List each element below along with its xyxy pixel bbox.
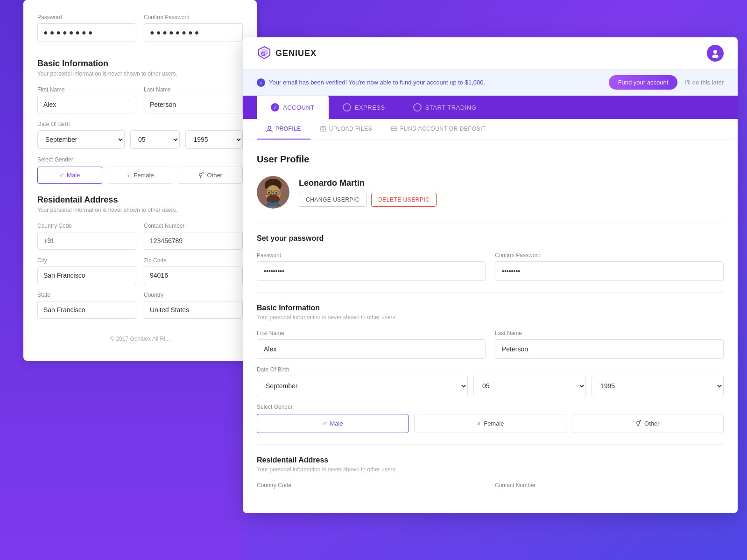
- sub-tabs: PROFILE UPLOAD FILES FUND ACCOUNT OR DEP…: [243, 119, 738, 140]
- name-form-row: First Name Last Name: [257, 330, 724, 359]
- user-avatar: [257, 176, 289, 209]
- left-password-label: Password: [37, 14, 136, 21]
- left-last-label: Last Name: [144, 86, 243, 93]
- dob-month-select[interactable]: September: [257, 376, 468, 396]
- left-address-title: Residentail Address: [37, 195, 243, 205]
- app-header: G GENIUEX: [243, 37, 738, 70]
- address-sub: Your personal information is never shown…: [257, 466, 724, 473]
- password-label: Password: [257, 252, 486, 259]
- left-gender-male-label: Male: [67, 172, 80, 179]
- confirm-password-group: Confirm Password: [495, 252, 724, 281]
- user-avatar-icon[interactable]: [707, 45, 724, 62]
- sub-tab-profile-label: PROFILE: [275, 126, 301, 132]
- tab-express-circle: [343, 103, 351, 112]
- left-dob-year[interactable]: 1995: [185, 130, 243, 149]
- left-last-input[interactable]: [144, 96, 243, 113]
- svg-rect-6: [321, 126, 325, 131]
- user-name: Leonardo Martin: [299, 178, 724, 188]
- left-gender-female[interactable]: ♀ Female: [108, 167, 173, 184]
- left-cc-input[interactable]: [37, 232, 136, 250]
- sub-tab-upload[interactable]: UPLOAD FILES: [310, 119, 381, 140]
- user-profile-row: Leonardo Martin CHANGE USERPIC DELETE US…: [257, 176, 724, 209]
- user-actions: CHANGE USERPIC DELETE USERPIC: [299, 193, 724, 207]
- sub-tab-fund-label: FUND ACCOUNT OR DEPOSIT: [400, 126, 486, 132]
- basic-info-title: Basic Information: [257, 304, 724, 312]
- first-name-label: First Name: [257, 330, 486, 336]
- info-icon: i: [257, 78, 265, 87]
- country-code-group: Country Code: [257, 482, 486, 491]
- left-gender-female-label: Female: [134, 172, 154, 179]
- left-gender-male[interactable]: ♂ Male: [37, 167, 102, 184]
- dob-label: Date Of Birth: [257, 366, 724, 373]
- left-zip-input[interactable]: [144, 266, 243, 284]
- left-zip-label: Zip Code: [144, 257, 243, 264]
- confirm-password-input[interactable]: [495, 261, 724, 281]
- basic-info-sub: Your personal information is never shown…: [257, 314, 724, 321]
- tab-start-trading[interactable]: START TRADING: [399, 96, 491, 119]
- content-area: User Profile: [243, 140, 738, 513]
- last-name-input[interactable]: [495, 339, 724, 359]
- last-name-label: Last Name: [495, 330, 724, 336]
- notification-bar: i Your email has been verified! You're n…: [243, 70, 738, 96]
- tab-trading-circle: [413, 103, 422, 112]
- delete-userpic-button[interactable]: DELETE USERPIC: [371, 193, 437, 207]
- other-icon: ⚥: [198, 172, 204, 179]
- password-input[interactable]: [257, 261, 486, 281]
- gender-label: Select Gender: [257, 404, 724, 410]
- dob-day-select[interactable]: 05: [473, 376, 586, 396]
- fund-account-button[interactable]: Fund your account: [609, 75, 678, 90]
- tab-account-check: ✓: [271, 103, 279, 112]
- sub-tab-profile[interactable]: PROFILE: [257, 119, 310, 140]
- left-gender-other[interactable]: ⚥ Other: [178, 167, 243, 184]
- svg-rect-9: [391, 127, 397, 131]
- sub-tab-fund[interactable]: FUND ACCOUNT OR DEPOSIT: [381, 119, 495, 140]
- left-dob-label: Date Of Birth: [37, 121, 243, 127]
- gender-female-btn[interactable]: ♀ Female: [414, 414, 566, 433]
- male-icon: ♂: [59, 172, 64, 179]
- left-state-input[interactable]: [37, 301, 136, 319]
- left-footer: © 2017 Geniuex All Ri...: [37, 326, 243, 347]
- gender-other-btn[interactable]: ⚥ Other: [572, 414, 724, 433]
- tab-account-label: ACCOUNT: [283, 104, 315, 111]
- first-name-group: First Name: [257, 330, 486, 359]
- divider-1: [257, 223, 724, 223]
- female-symbol-icon: ♀: [476, 420, 481, 427]
- left-first-input[interactable]: [37, 96, 136, 113]
- contact-number-label: Contact Number: [495, 482, 724, 489]
- left-dob-month[interactable]: September: [37, 130, 125, 149]
- left-password-input: ●●●●●●●●: [37, 23, 136, 42]
- left-state-label: State: [37, 292, 136, 298]
- password-group: Password: [257, 252, 486, 281]
- user-profile-heading: User Profile: [257, 154, 724, 165]
- avatar-image: [257, 176, 289, 209]
- left-contact-input[interactable]: [144, 232, 243, 250]
- gender-female-label: Female: [484, 420, 504, 427]
- first-name-input[interactable]: [257, 339, 486, 359]
- password-section-title: Set your password: [257, 234, 724, 243]
- svg-text:G: G: [261, 51, 265, 57]
- left-city-input[interactable]: [37, 266, 136, 284]
- gender-buttons-row: ♂ Male ♀ Female ⚥ Other: [257, 414, 724, 433]
- left-panel: Password ●●●●●●●● Confirm Password ●●●●●…: [23, 0, 257, 361]
- address-section: Residentail Address Your personal inform…: [257, 456, 724, 491]
- divider-3: [257, 444, 724, 445]
- tab-account[interactable]: ✓ ACCOUNT: [257, 96, 329, 119]
- left-address-sub: Your personal information is never shown…: [37, 207, 243, 213]
- gender-other-label: Other: [644, 420, 660, 427]
- left-city-label: City: [37, 257, 136, 264]
- left-dob-day[interactable]: 05: [130, 130, 180, 149]
- left-country-input[interactable]: [144, 301, 243, 319]
- svg-point-18: [268, 192, 270, 194]
- change-userpic-button[interactable]: CHANGE USERPIC: [299, 193, 366, 207]
- left-country-label: Country: [144, 292, 243, 298]
- dob-selects-row: September 05 1995: [257, 376, 724, 396]
- svg-point-5: [268, 126, 271, 129]
- sub-tab-upload-label: UPLOAD FILES: [329, 126, 372, 132]
- gender-male-btn[interactable]: ♂ Male: [257, 414, 409, 433]
- svg-point-3: [713, 50, 717, 54]
- left-gender-other-label: Other: [207, 172, 222, 179]
- tab-express[interactable]: EXPRESS: [329, 96, 399, 119]
- left-first-label: First Name: [37, 86, 136, 93]
- dob-year-select[interactable]: 1995: [592, 376, 724, 396]
- later-link[interactable]: I'll do this later: [685, 79, 724, 86]
